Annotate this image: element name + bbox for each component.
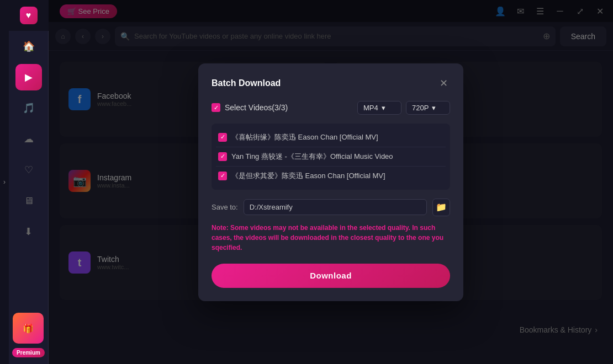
quality-dropdown[interactable]: 720P ▾: [406, 101, 450, 115]
check-icon: ✓: [220, 133, 225, 141]
note-text: Note: Some videos may not be available i…: [212, 223, 450, 253]
sidebar-item-home[interactable]: 🏠: [15, 33, 42, 60]
sidebar-item-cloud[interactable]: ☁: [15, 126, 42, 152]
check-icon: ✓: [220, 153, 225, 160]
select-all-checkbox[interactable]: ✓: [212, 103, 220, 112]
save-to-row: Save to: 📁: [212, 199, 450, 216]
folder-icon: 📁: [436, 202, 447, 212]
sidebar-collapse-btn[interactable]: ›: [0, 0, 9, 364]
save-to-input[interactable]: [244, 199, 427, 215]
quality-value: 720P: [412, 104, 429, 112]
premium-label[interactable]: Premium: [12, 348, 45, 357]
format-dropdown[interactable]: MP4 ▾: [357, 101, 401, 115]
main-area: 🛒 See Price 👤 ✉ ☰ ─ ⤢ ✕ ⌂ ‹ › 🔍 ⊕ Search…: [49, 0, 613, 364]
check-icon: ✓: [214, 104, 219, 111]
video-2-title: Yan Ting 燕较迷 -《三生有幸》Official Music Video: [231, 152, 443, 162]
video-item-3: ✓ 《是但求其爱》陈奕迅 Eason Chan [Official MV]: [216, 167, 446, 185]
video-list: ✓ 《喜帖街缘》陈奕迅 Eason Chan [Official MV] ✓ Y…: [212, 124, 450, 190]
premium-icon-btn[interactable]: 🎁: [13, 313, 44, 344]
video-item-2: ✓ Yan Ting 燕较迷 -《三生有幸》Official Music Vid…: [216, 147, 446, 167]
format-value: MP4: [363, 104, 378, 112]
sidebar: ♥ 🏠 ▶ 🎵 ☁ ♡ 🖥 ⬇ 🎁 Premium: [9, 0, 49, 364]
video-1-checkbox[interactable]: ✓: [218, 133, 227, 142]
sidebar-item-monitor[interactable]: 🖥: [15, 188, 42, 214]
select-all-row: ✓ Select Videos(3/3) MP4 ▾ 720P ▾: [212, 101, 450, 115]
sidebar-bottom: 🎁 Premium: [12, 313, 45, 357]
logo-icon: ♥: [20, 7, 38, 24]
download-button[interactable]: Download: [212, 264, 450, 288]
video-3-checkbox[interactable]: ✓: [218, 172, 227, 180]
sidebar-item-heart[interactable]: ♡: [15, 157, 42, 183]
note-content: Note: Some videos may not be available i…: [212, 224, 443, 251]
modal-title: Batch Download: [212, 78, 281, 88]
modal-overlay: Batch Download ✕ ✓ Select Videos(3/3) MP…: [49, 0, 613, 364]
quality-chevron-icon: ▾: [432, 104, 436, 112]
modal-close-button[interactable]: ✕: [437, 77, 450, 90]
check-icon: ✓: [220, 172, 225, 179]
format-selects: MP4 ▾ 720P ▾: [357, 101, 450, 115]
video-2-checkbox[interactable]: ✓: [218, 152, 227, 161]
format-chevron-icon: ▾: [382, 104, 385, 112]
batch-download-modal: Batch Download ✕ ✓ Select Videos(3/3) MP…: [198, 63, 463, 301]
video-3-title: 《是但求其爱》陈奕迅 Eason Chan [Official MV]: [231, 171, 443, 181]
select-all-label[interactable]: ✓ Select Videos(3/3): [212, 103, 288, 112]
sidebar-item-music[interactable]: 🎵: [15, 95, 42, 121]
sidebar-item-download[interactable]: ⬇: [15, 218, 42, 245]
video-1-title: 《喜帖街缘》陈奕迅 Eason Chan [Official MV]: [231, 132, 443, 142]
app-logo: ♥: [9, 0, 49, 31]
folder-browse-button[interactable]: 📁: [432, 199, 450, 216]
sidebar-item-video[interactable]: ▶: [15, 64, 42, 90]
save-to-label: Save to:: [212, 203, 238, 211]
video-item-1: ✓ 《喜帖街缘》陈奕迅 Eason Chan [Official MV]: [216, 128, 446, 147]
modal-header: Batch Download ✕: [212, 77, 450, 90]
select-all-text: Select Videos(3/3): [225, 103, 288, 112]
chevron-right-icon: ›: [3, 178, 6, 186]
